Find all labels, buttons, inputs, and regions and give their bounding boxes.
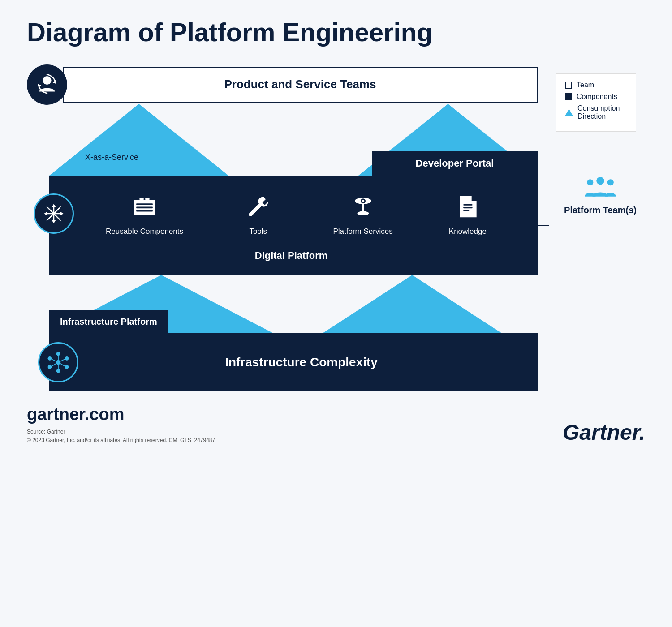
tools-label: Tools: [249, 227, 267, 236]
network-icon: [47, 351, 70, 374]
legend-consumption-icon: [565, 109, 573, 116]
svg-rect-21: [140, 198, 144, 201]
svg-line-15: [54, 208, 59, 214]
tools-item: Tools: [233, 193, 283, 236]
platform-team: Platform Team(s): [556, 176, 645, 215]
page-title: Diagram of Platform Engineering: [27, 18, 645, 47]
bottom-section: Infrastructure Platform: [49, 275, 538, 391]
team-icon: [585, 176, 616, 201]
diagram-left: Product and Service Teams X-as-a-Service…: [27, 64, 538, 391]
svg-rect-33: [464, 210, 470, 211]
svg-marker-18: [46, 218, 49, 221]
legend-components: Components: [565, 93, 627, 101]
infra-complexity-label: Infrastructure Complexity: [78, 355, 524, 369]
reusable-components-item: Reusable Components: [106, 193, 183, 236]
platform-services-item: Platform Services: [333, 193, 392, 236]
scatter-icon-circle: [34, 193, 74, 234]
svg-point-37: [65, 365, 69, 369]
svg-point-47: [596, 177, 604, 185]
svg-point-0: [43, 76, 51, 85]
svg-point-48: [587, 179, 593, 185]
reusable-components-label: Reusable Components: [106, 227, 183, 236]
svg-point-35: [56, 352, 60, 356]
svg-rect-31: [464, 204, 473, 206]
legend-components-label: Components: [577, 93, 617, 101]
network-icon-circle: [38, 342, 78, 382]
svg-point-38: [56, 369, 60, 373]
person-refresh-icon: [35, 73, 59, 96]
svg-point-28: [357, 211, 369, 215]
gartner-logo: Gartner.: [563, 420, 645, 445]
svg-rect-23: [136, 203, 153, 205]
wrench-icon: [245, 193, 271, 220]
product-service-box: Product and Service Teams: [63, 67, 538, 103]
svg-point-36: [65, 356, 69, 361]
svg-rect-27: [362, 203, 364, 213]
svg-point-40: [48, 356, 52, 361]
footer-source: Source: Gartner © 2023 Gartner, Inc. and…: [27, 428, 215, 445]
platform-items: Reusable Components Tools: [74, 189, 524, 241]
platform-inner-row: Reusable Components Tools: [58, 189, 524, 241]
svg-marker-12: [46, 206, 49, 209]
legend-team: Team: [565, 81, 627, 89]
svg-marker-16: [58, 206, 61, 209]
knowledge-item: Knowledge: [443, 193, 492, 236]
legend-team-label: Team: [577, 81, 594, 89]
floor-lamp-icon: [349, 193, 376, 220]
svg-rect-25: [136, 210, 153, 212]
svg-rect-24: [136, 207, 153, 209]
people-icon: [585, 176, 616, 199]
diagram-right: Team Components Consumption Direction: [556, 64, 645, 215]
person-circle-icon: [27, 64, 67, 105]
digital-platform-block: Reusable Components Tools: [49, 176, 538, 275]
legend-consumption: Consumption Direction: [565, 104, 627, 120]
dev-portal-box: Developer Portal: [372, 151, 538, 176]
svg-point-39: [48, 365, 52, 369]
legend: Team Components Consumption Direction: [556, 73, 636, 132]
platform-team-label: Platform Team(s): [564, 205, 637, 215]
battery-icon: [131, 193, 158, 220]
dev-portal-label: Developer Portal: [416, 158, 494, 169]
infra-right-triangle: [323, 275, 502, 333]
legend-consumption-label: Consumption Direction: [577, 104, 627, 120]
svg-point-30: [362, 200, 364, 202]
svg-rect-32: [464, 207, 473, 209]
xaas-triangle: [49, 104, 228, 176]
legend-team-icon: [565, 82, 572, 89]
legend-components-icon: [565, 93, 572, 100]
product-service-label: Product and Service Teams: [224, 77, 376, 91]
main-container: Diagram of Platform Engineering: [0, 0, 672, 627]
svg-point-49: [607, 179, 614, 185]
svg-marker-6: [52, 220, 56, 223]
svg-line-11: [48, 208, 54, 214]
gartner-url: gartner.com: [27, 405, 215, 424]
svg-rect-22: [145, 198, 149, 201]
knowledge-label: Knowledge: [449, 227, 487, 236]
svg-marker-14: [58, 218, 61, 221]
scatter-icon: [42, 202, 65, 225]
infra-platform-box: Infrastructure Platform: [49, 310, 168, 333]
product-service-row: Product and Service Teams: [27, 64, 538, 105]
svg-line-17: [48, 214, 54, 219]
digital-platform-label: Digital Platform: [58, 250, 524, 262]
footer-left: gartner.com Source: Gartner © 2023 Gartn…: [27, 405, 215, 445]
connector-line: [538, 225, 549, 226]
bottom-triangles: Infrastructure Platform: [49, 275, 538, 333]
footer: gartner.com Source: Gartner © 2023 Gartn…: [27, 405, 645, 445]
svg-marker-4: [52, 204, 56, 207]
svg-marker-8: [44, 211, 47, 215]
infra-platform-label: Infrastructure Platform: [60, 317, 157, 326]
triangle-row: X-as-a-Service Developer Portal: [49, 104, 538, 176]
document-icon: [454, 193, 481, 220]
platform-services-label: Platform Services: [333, 227, 392, 236]
diagram-area: Product and Service Teams X-as-a-Service…: [27, 64, 645, 391]
svg-marker-10: [60, 211, 64, 215]
svg-line-13: [54, 214, 59, 219]
xaas-label: X-as-a-Service: [85, 153, 138, 162]
infra-complexity-row: Infrastructure Complexity: [49, 333, 538, 391]
